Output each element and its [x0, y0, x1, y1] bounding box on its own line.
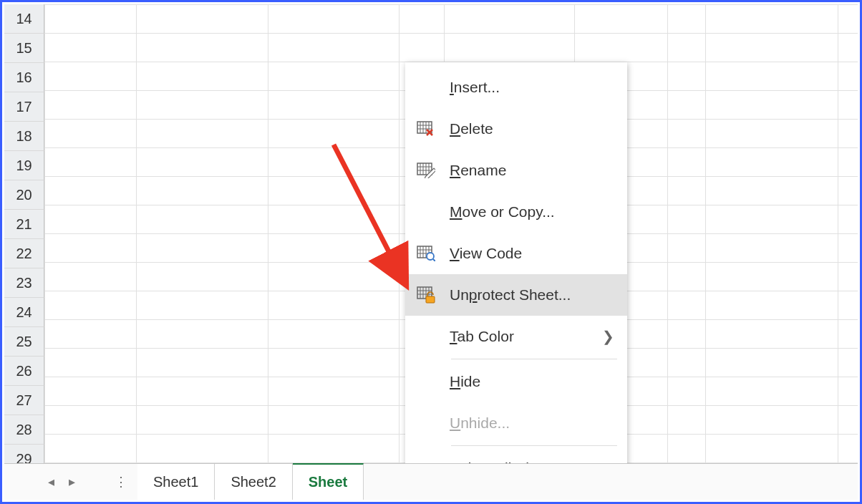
- row-header[interactable]: 28: [4, 415, 44, 445]
- row-header[interactable]: 20: [4, 180, 44, 210]
- blank-icon: [415, 371, 437, 392]
- menu-hide-label: Hide: [450, 373, 614, 390]
- row-header[interactable]: 18: [4, 122, 44, 151]
- submenu-arrow-icon: ❯: [602, 328, 614, 345]
- row-header[interactable]: 24: [4, 298, 44, 327]
- row-header[interactable]: 25: [4, 327, 44, 357]
- blank-icon: [415, 412, 437, 434]
- sheet-tab-bar: ◂ ▸ ⋮ Sheet1 Sheet2 Sheet: [4, 463, 858, 500]
- row-header[interactable]: 16: [4, 63, 44, 92]
- tab-nav-next-icon[interactable]: ▸: [69, 474, 75, 490]
- menu-tab-color-label: Tab Color: [450, 328, 589, 345]
- menu-unprotect-sheet[interactable]: Unprotect Sheet...: [405, 274, 627, 316]
- menu-separator: [451, 445, 617, 446]
- menu-rename-label: Rename: [450, 162, 614, 179]
- blank-icon: [415, 77, 437, 98]
- row-header[interactable]: 23: [4, 268, 44, 298]
- menu-separator: [451, 359, 617, 359]
- view-code-icon: [415, 243, 437, 264]
- menu-view-code[interactable]: View Code: [405, 233, 627, 274]
- rename-sheet-icon: [415, 160, 437, 181]
- svg-rect-5: [426, 296, 435, 303]
- blank-icon: [415, 201, 437, 223]
- menu-rename[interactable]: Rename: [405, 150, 627, 191]
- sheet-tab-context-menu: Insert... Delete Rename: [405, 62, 627, 493]
- tab-nav-prev-icon[interactable]: ◂: [48, 474, 54, 490]
- menu-delete[interactable]: Delete: [405, 108, 627, 150]
- tab-sheet3-active[interactable]: Sheet: [293, 463, 364, 500]
- tab-sheet2[interactable]: Sheet2: [215, 464, 292, 500]
- row-header[interactable]: 26: [4, 357, 44, 386]
- row-header[interactable]: 15: [4, 34, 44, 63]
- menu-move-copy-label: Move or Copy...: [450, 203, 614, 220]
- svg-point-3: [427, 253, 434, 260]
- row-header[interactable]: 14: [4, 4, 44, 34]
- row-header[interactable]: 22: [4, 239, 44, 268]
- menu-move-copy[interactable]: Move or Copy...: [405, 191, 627, 233]
- menu-insert[interactable]: Insert...: [405, 67, 627, 108]
- tab-sheet1[interactable]: Sheet1: [137, 464, 215, 500]
- menu-delete-label: Delete: [450, 120, 614, 137]
- tab-scroll-indicator-icon[interactable]: ⋮: [105, 464, 137, 500]
- row-header[interactable]: 17: [4, 92, 44, 122]
- delete-sheet-icon: [415, 118, 437, 140]
- row-headers: 14151617181920212223242526272829: [4, 4, 44, 474]
- blank-icon: [415, 326, 437, 347]
- menu-insert-label: Insert...: [450, 79, 614, 96]
- menu-view-code-label: View Code: [450, 245, 614, 262]
- row-header[interactable]: 21: [4, 210, 44, 239]
- tab-nav-arrows[interactable]: ◂ ▸: [4, 464, 105, 500]
- menu-unprotect-label: Unprotect Sheet...: [450, 286, 614, 304]
- menu-hide[interactable]: Hide: [405, 361, 627, 402]
- row-header[interactable]: 19: [4, 151, 44, 180]
- menu-tab-color[interactable]: Tab Color ❯: [405, 316, 627, 357]
- menu-unhide: Unhide...: [405, 402, 627, 444]
- row-header[interactable]: 27: [4, 386, 44, 415]
- unprotect-sheet-icon: [415, 284, 437, 306]
- menu-unhide-label: Unhide...: [450, 415, 614, 432]
